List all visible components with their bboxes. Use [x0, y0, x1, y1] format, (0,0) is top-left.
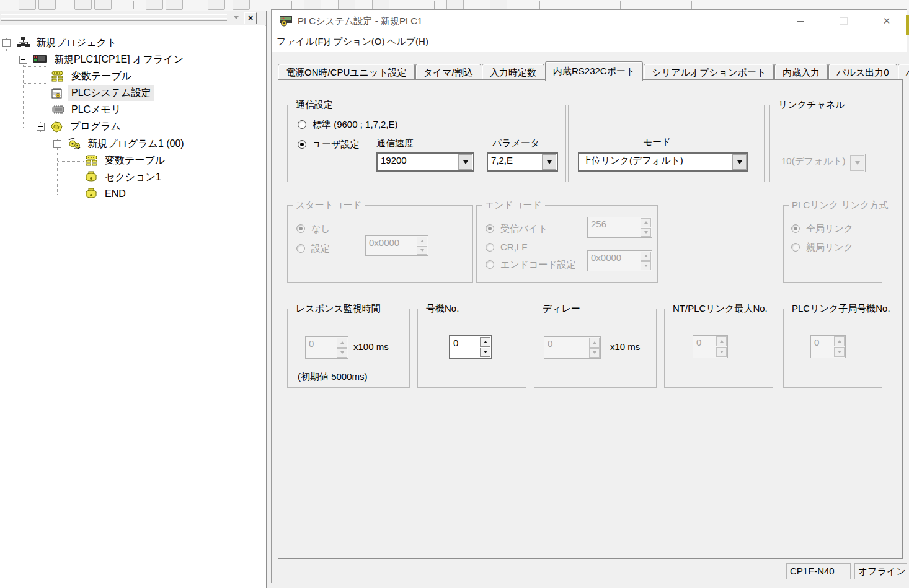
toolbar-button-fragment[interactable]: [208, 0, 225, 10]
toolbar-button-fragment[interactable]: [490, 0, 507, 10]
status-online-mode: オフライン: [854, 563, 907, 579]
response-unit-label: x100 ms: [353, 341, 389, 352]
menu-options[interactable]: オプション(O): [324, 36, 384, 48]
response-monitor-spinner: 0: [305, 336, 348, 359]
tree-item[interactable]: 新規プログラム1 (00): [0, 136, 265, 152]
toolbar-button-fragment[interactable]: [304, 0, 321, 10]
tab-builtin-rs232c[interactable]: 内蔵RS232Cポート: [545, 61, 643, 81]
end-code-set-spinner: 0x0000: [587, 250, 652, 271]
tree-item[interactable]: END: [0, 186, 265, 202]
tree-item-label[interactable]: 変数テーブル: [68, 68, 135, 84]
standard-radio-label[interactable]: 標準 (9600 ; 1,7,2,E): [313, 119, 398, 131]
tab-builtin-input[interactable]: 内蔵入力: [774, 64, 828, 80]
start-code-value: 0x0000: [366, 236, 416, 255]
toolbar-separator: [620, 1, 621, 9]
maximize-icon: [834, 14, 853, 29]
tree-item-label[interactable]: 変数テーブル: [102, 152, 168, 169]
tree-collapse-toggle[interactable]: [2, 39, 11, 47]
toolbar-button-fragment[interactable]: [38, 0, 56, 10]
close-icon[interactable]: [877, 14, 896, 29]
tab-input-constant[interactable]: 入力時定数: [482, 64, 544, 80]
tree-item[interactable]: プログラム: [0, 118, 265, 134]
tree-item-label[interactable]: 新規プロジェクト: [33, 35, 120, 51]
end-code-set-radio: [486, 260, 494, 269]
toolbar-button-fragment[interactable]: [372, 0, 389, 10]
tab-pulse-output-1[interactable]: パルス出力1: [898, 64, 909, 80]
toolbar-separator: [691, 1, 692, 9]
tab-pulse-output-0[interactable]: パルス出力0: [828, 64, 897, 80]
spin-down-icon: [641, 228, 651, 237]
user-settings-radio[interactable]: [298, 140, 306, 149]
tree-item[interactable]: 新規PLC1[CP1E] オフライン: [0, 51, 265, 68]
dialog-menubar: ファイル(F) オプション(O) ヘルプ(H): [272, 32, 907, 52]
mode-value[interactable]: 上位リンク(デフォルト): [579, 154, 732, 170]
toolbar-button-fragment[interactable]: [19, 0, 36, 10]
tree-item-label[interactable]: 新規プログラム1 (00): [84, 136, 187, 152]
end-code-set-value: 0x0000: [588, 251, 640, 271]
response-default-note: (初期値 5000ms): [298, 371, 368, 383]
chevron-down-icon[interactable]: [542, 154, 556, 170]
section-icon: [85, 188, 100, 200]
tree-item-label[interactable]: 新規PLC1[CP1E] オフライン: [51, 51, 187, 68]
menu-file[interactable]: ファイル(F): [277, 36, 327, 48]
toolbar-button-fragment[interactable]: [338, 0, 355, 10]
tree-item[interactable]: 変数テーブル: [0, 152, 265, 169]
pane-menu-chevron-icon[interactable]: [231, 12, 242, 23]
toolbar-separator: [133, 1, 134, 9]
pane-grip[interactable]: [1, 18, 227, 21]
unit-no-spinner[interactable]: 0: [449, 335, 492, 359]
toolbar-button-fragment[interactable]: [166, 0, 183, 10]
project-tree-pane: 新規プロジェクト 新規PLC1[CP1E] オフライン 変数テーブル: [0, 11, 267, 588]
toolbar-button-fragment[interactable]: [146, 0, 163, 10]
tree-collapse-toggle[interactable]: [37, 123, 45, 131]
tree-item[interactable]: 変数テーブル: [0, 68, 265, 84]
tab-power-on-cpu[interactable]: 電源ON時/CPUユニット設定: [278, 64, 415, 80]
link-channel-group: リンクチャネル 10(デフォルト): [769, 105, 882, 182]
baud-rate-combo[interactable]: 19200: [376, 152, 474, 172]
toolbar-button-fragment[interactable]: [233, 0, 250, 10]
spin-up-icon: [417, 237, 427, 245]
toolbar-button-fragment[interactable]: [74, 0, 92, 10]
tree-item[interactable]: PLCメモリ: [0, 102, 265, 118]
unit-no-value[interactable]: 0: [450, 336, 479, 358]
tree-item[interactable]: 新規プロジェクト: [0, 35, 265, 51]
tree-collapse-toggle[interactable]: [53, 140, 61, 148]
user-settings-radio-label[interactable]: ユーザ設定: [313, 139, 360, 151]
menu-help[interactable]: ヘルプ(H): [387, 36, 428, 48]
chevron-down-icon[interactable]: [732, 154, 747, 170]
spin-up-icon: [589, 338, 600, 348]
parameter-value[interactable]: 7,2,E: [488, 154, 541, 170]
dialog-titlebar[interactable]: PLCシステム設定 - 新規PLC1: [272, 10, 907, 32]
standard-radio[interactable]: [298, 120, 306, 129]
delay-unit-label: x10 ms: [610, 341, 640, 352]
tree-item-label[interactable]: PLCシステム設定: [68, 85, 154, 101]
comm-settings-group: 通信設定 標準 (9600 ; 1,7,2,E) ユーザ設定 通信速度 1920…: [287, 105, 566, 182]
minimize-icon[interactable]: [791, 14, 810, 29]
tree-item-label[interactable]: プログラム: [67, 118, 124, 134]
group-label: リンクチャネル: [775, 99, 848, 111]
pane-header[interactable]: [0, 11, 266, 26]
tree-item-label[interactable]: セクション1: [102, 169, 164, 185]
program-icon: [67, 138, 82, 150]
tree-item-label[interactable]: PLCメモリ: [68, 102, 124, 118]
mode-combo[interactable]: 上位リンク(デフォルト): [578, 152, 748, 172]
baud-rate-value[interactable]: 19200: [378, 154, 458, 170]
spin-down-icon[interactable]: [480, 348, 490, 358]
chevron-down-icon[interactable]: [458, 154, 472, 170]
parameter-combo[interactable]: 7,2,E: [487, 152, 558, 172]
pane-close-icon[interactable]: [244, 12, 257, 24]
toolbar-button-fragment[interactable]: [446, 0, 464, 10]
pane-grip[interactable]: [1, 14, 227, 17]
tab-serial-option[interactable]: シリアルオプションポート: [644, 64, 774, 80]
tab-timer-interrupt[interactable]: タイマ/割込: [415, 64, 481, 80]
spin-down-icon: [417, 246, 427, 255]
spin-up-icon[interactable]: [480, 337, 490, 347]
delay-group: ディレー 0 x10 ms: [534, 309, 657, 388]
tree-item-label[interactable]: END: [102, 186, 129, 202]
tree-item-selected[interactable]: PLCシステム設定: [0, 85, 265, 101]
tree-item[interactable]: セクション1: [0, 169, 265, 185]
toolbar-button-fragment[interactable]: [94, 0, 112, 10]
delay-spinner: 0: [544, 336, 601, 359]
group-label: 号機No.: [423, 303, 462, 315]
tree-collapse-toggle[interactable]: [19, 56, 27, 64]
